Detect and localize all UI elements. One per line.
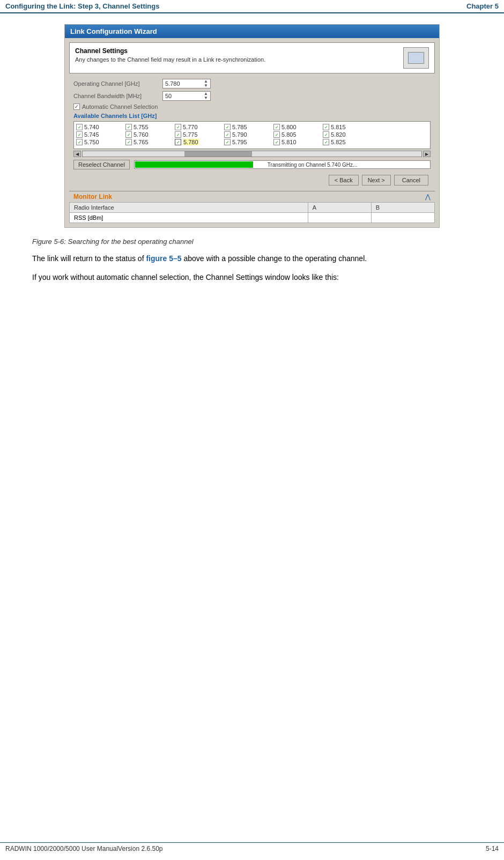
figure-link[interactable]: figure 5–5 — [146, 254, 181, 263]
table-cell-rss-b — [371, 213, 434, 223]
channel-settings-text: Channel Settings Any changes to the Chan… — [75, 47, 398, 63]
channel-bandwidth-row: Channel Bandwidth [MHz] 50 ▲▼ — [73, 91, 431, 101]
channels-scrollbar[interactable]: ◀ ▶ — [73, 151, 431, 157]
progress-bar-container: Transmitting on Channel 5.740 GHz... — [134, 160, 431, 169]
channel-bandwidth-label: Channel Bandwidth [MHz] — [73, 93, 159, 99]
operating-channel-spin[interactable]: ▲▼ — [204, 79, 208, 88]
channel-value: 5.820 — [331, 131, 346, 138]
channel-cell: ✓5.820 — [323, 131, 371, 138]
channel-value: 5.825 — [331, 139, 346, 145]
wizard-titlebar: Link Configuration Wizard — [65, 25, 439, 38]
monitor-link-title: Monitor Link — [73, 193, 112, 201]
collapse-icon[interactable]: ⋀ — [425, 193, 431, 201]
channel-cell: ✓5.740 — [76, 124, 124, 130]
page-footer: RADWIN 1000/2000/5000 User ManualVersion… — [0, 842, 504, 855]
action-row: Reselect Channel Transmitting on Channel… — [73, 160, 431, 169]
channel-value: 5.750 — [84, 139, 99, 145]
channel-checkbox[interactable]: ✓ — [224, 124, 231, 130]
channel-checkbox[interactable]: ✓ — [323, 131, 329, 138]
channel-checkbox[interactable]: ✓ — [125, 131, 132, 138]
channel-cell: ✓5.750 — [76, 139, 124, 145]
table-header-a: A — [308, 203, 371, 213]
reselect-channel-button[interactable]: Reselect Channel — [73, 160, 130, 169]
channel-value: 5.815 — [331, 124, 346, 130]
channel-cell: ✓5.755 — [125, 124, 174, 130]
auto-channel-row: ✓ Automatic Channel Selection — [73, 103, 431, 110]
channel-checkbox[interactable]: ✓ — [224, 131, 231, 138]
wizard-title: Link Configuration Wizard — [70, 27, 157, 35]
channel-checkbox[interactable]: ✓ — [76, 139, 83, 145]
channel-cell: ✓5.760 — [125, 131, 174, 138]
channel-cell: ✓5.795 — [224, 139, 272, 145]
available-channels-label: Available Channels List [GHz] — [73, 113, 431, 119]
channel-value: 5.755 — [134, 124, 149, 130]
body-paragraph-2: If you work without automatic channel se… — [32, 272, 472, 283]
channel-bandwidth-spin[interactable]: ▲▼ — [204, 92, 208, 100]
figure-caption: Figure 5-6: Searching for the best opera… — [32, 238, 472, 246]
chapter-right-title: Chapter 5 — [466, 2, 499, 10]
channel-cell: ✓5.770 — [175, 124, 223, 130]
channel-value: 5.790 — [232, 131, 247, 138]
channel-checkbox[interactable]: ✓ — [224, 139, 231, 145]
channel-checkbox[interactable]: ✓ — [323, 139, 329, 145]
channel-checkbox[interactable]: ✓ — [76, 124, 83, 130]
wizard-body: Channel Settings Any changes to the Chan… — [65, 38, 439, 227]
channel-checkbox[interactable]: ✓ — [273, 131, 280, 138]
channel-checkbox[interactable]: ✓ — [125, 124, 132, 130]
channel-value: 5.805 — [281, 131, 297, 138]
next-button[interactable]: Next > — [362, 175, 391, 186]
channels-row-1: ✓5.740 ✓5.755 ✓5.770 ✓5.785 ✓5.800 ✓5.81… — [76, 124, 428, 130]
channel-bandwidth-input[interactable]: 50 ▲▼ — [162, 91, 211, 101]
chapter-left-title: Configuring the Link: Step 3, Channel Se… — [5, 2, 159, 10]
channel-checkbox[interactable]: ✓ — [175, 124, 181, 130]
cancel-button[interactable]: Cancel — [394, 175, 428, 186]
table-cell-rss-label: RSS [dBm] — [70, 213, 308, 223]
scroll-right-arrow[interactable]: ▶ — [423, 151, 431, 157]
channels-grid: ✓5.740 ✓5.755 ✓5.770 ✓5.785 ✓5.800 ✓5.81… — [73, 121, 431, 149]
auto-channel-label: Automatic Channel Selection — [82, 103, 158, 110]
scroll-left-arrow[interactable]: ◀ — [73, 151, 81, 157]
table-cell-rss-a — [308, 213, 371, 223]
channel-checkbox[interactable]: ✓ — [273, 139, 280, 145]
scroll-track[interactable] — [82, 151, 422, 157]
body-text-before: The link will return to the status of — [32, 254, 146, 263]
channel-checkbox[interactable]: ✓ — [273, 124, 280, 130]
screenshot-container: Link Configuration Wizard Channel Settin… — [64, 24, 440, 228]
monitor-icon — [403, 47, 429, 69]
channel-value: 5.770 — [183, 124, 198, 130]
channel-cell: ✓5.775 — [175, 131, 223, 138]
progress-bar-fill — [135, 161, 253, 168]
monitor-icon-inner — [408, 52, 424, 64]
channel-checkbox[interactable]: ✓ — [76, 131, 83, 138]
channel-cell: ✓5.810 — [273, 139, 322, 145]
channel-cell: ✓5.805 — [273, 131, 322, 138]
channel-checkbox[interactable]: ✓ — [323, 124, 329, 130]
back-button[interactable]: < Back — [329, 175, 359, 186]
channels-row-2: ✓5.745 ✓5.760 ✓5.775 ✓5.790 ✓5.805 ✓5.82… — [76, 131, 428, 138]
channel-checkbox[interactable]: ✓ — [125, 139, 132, 145]
scroll-thumb — [184, 151, 252, 157]
channel-settings-title: Channel Settings — [75, 47, 398, 55]
operating-channel-label: Operating Channel [GHz] — [73, 80, 159, 87]
channel-cell: ✓5.815 — [323, 124, 371, 130]
channel-cell: ✓5.800 — [273, 124, 322, 130]
body-text-after: above with a possible change to the oper… — [182, 254, 367, 263]
channels-row-3: ✓5.750 ✓5.765 ✓5.780 ✓5.795 ✓5.810 ✓5.82… — [76, 139, 428, 145]
page-content: Link Configuration Wizard Channel Settin… — [0, 13, 504, 301]
channel-value: 5.780 — [183, 139, 199, 145]
table-row: RSS [dBm] — [70, 213, 435, 223]
channel-settings-panel: Channel Settings Any changes to the Chan… — [69, 42, 435, 73]
footer-left: RADWIN 1000/2000/5000 User ManualVersion… — [5, 845, 163, 852]
channel-value: 5.760 — [134, 131, 149, 138]
auto-channel-checkbox[interactable]: ✓ — [73, 103, 80, 110]
channel-checkbox[interactable]: ✓ — [175, 139, 181, 145]
table-header-b: B — [371, 203, 434, 213]
page-header: Configuring the Link: Step 3, Channel Se… — [0, 0, 504, 13]
channel-bandwidth-value: 50 — [165, 93, 172, 99]
channel-value: 5.785 — [232, 124, 247, 130]
operating-channel-input[interactable]: 5.780 ▲▼ — [162, 79, 211, 88]
channel-checkbox[interactable]: ✓ — [175, 131, 181, 138]
monitor-link-table: Radio Interface A B RSS [dBm] — [69, 202, 435, 223]
transmitting-text: Transmitting on Channel 5.740 GHz... — [268, 162, 358, 168]
channel-cell: ✓5.745 — [76, 131, 124, 138]
